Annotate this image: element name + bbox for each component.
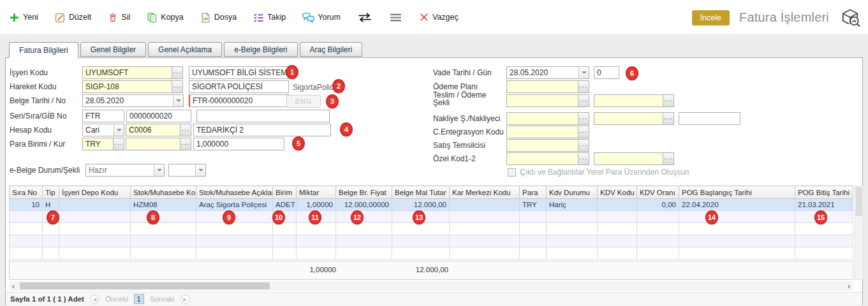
- table-cell[interactable]: [10, 211, 43, 223]
- table-row[interactable]: [10, 211, 853, 223]
- table-header-cell[interactable]: POG Bitiş Tarihi: [795, 186, 853, 199]
- table-cell[interactable]: ADET: [273, 199, 297, 211]
- transfer-button[interactable]: [357, 12, 372, 23]
- sira-input[interactable]: 0000000020: [126, 110, 191, 122]
- hesap-tipi-dropdown-icon[interactable]: [114, 124, 124, 136]
- nakliyeci-lookup[interactable]: ···: [594, 112, 674, 125]
- table-cell[interactable]: [520, 235, 547, 247]
- table-cell[interactable]: [520, 223, 547, 235]
- nakliyeci-lookup-button[interactable]: ···: [663, 113, 673, 124]
- table-cell[interactable]: [297, 247, 336, 259]
- table-cell[interactable]: [336, 235, 392, 247]
- ozel-kod2-lookup-button[interactable]: ···: [663, 153, 673, 164]
- table-header-cell[interactable]: Stok/Muhasebe Açıklaması: [196, 186, 273, 199]
- table-cell[interactable]: [336, 247, 392, 259]
- table-cell[interactable]: [450, 247, 520, 259]
- table-cell[interactable]: [795, 223, 853, 235]
- horizontal-scrollbar[interactable]: ‹ ›: [9, 281, 853, 291]
- odeme-sekli-lookup-button[interactable]: ···: [663, 95, 673, 106]
- next-page-icon[interactable]: ►: [180, 295, 190, 304]
- table-cell[interactable]: [10, 235, 43, 247]
- table-cell[interactable]: [273, 247, 297, 259]
- hesap-tipi-combo[interactable]: Cari: [82, 124, 124, 136]
- table-cell[interactable]: [392, 247, 450, 259]
- table-cell[interactable]: TRY: [520, 199, 547, 211]
- tab-genel-aciklama[interactable]: Genel Açıklama: [148, 42, 222, 57]
- table-cell[interactable]: [450, 211, 520, 223]
- teslim-sekli-lookup[interactable]: ···: [506, 94, 589, 107]
- scroll-right-icon[interactable]: ›: [844, 282, 853, 291]
- table-cell[interactable]: [196, 235, 273, 247]
- prev-page-label[interactable]: Önceki: [105, 295, 128, 303]
- table-row[interactable]: [10, 247, 853, 259]
- table-cell[interactable]: 10: [10, 199, 43, 211]
- satis-temsilcisi-lookup-button[interactable]: ···: [578, 140, 589, 151]
- takip-button[interactable]: Takip: [253, 12, 286, 23]
- table-cell[interactable]: [598, 247, 637, 259]
- hesap-adi-input[interactable]: TEDARİKÇİ 2: [193, 124, 331, 136]
- para-birimi-lookup-button[interactable]: ···: [113, 138, 124, 150]
- table-cell[interactable]: [273, 235, 297, 247]
- belge-tarihi-dropdown-icon[interactable]: [173, 95, 183, 106]
- table-cell[interactable]: [59, 247, 131, 259]
- ebelge-durum-combo[interactable]: Hazır: [85, 164, 165, 177]
- belge-tarihi-combo[interactable]: 28.05.2020: [82, 94, 184, 107]
- yeni-button[interactable]: Yeni: [9, 12, 38, 23]
- table-cell[interactable]: [336, 223, 392, 235]
- table-cell[interactable]: [297, 223, 336, 235]
- table-cell[interactable]: [598, 223, 637, 235]
- vertical-scrollbar-thumb[interactable]: [856, 187, 862, 216]
- table-cell[interactable]: [795, 235, 853, 247]
- table-cell[interactable]: [450, 223, 520, 235]
- table-header-cell[interactable]: POG Başlangıç Tarihi: [679, 186, 795, 199]
- nakliye-sekli-lookup-button[interactable]: ···: [578, 113, 589, 124]
- table-cell[interactable]: 12.000,00: [392, 199, 450, 211]
- table-cell[interactable]: [10, 247, 43, 259]
- table-cell[interactable]: HZM08: [131, 199, 196, 211]
- hareket-kodu-lookup[interactable]: SIGP-108···: [82, 80, 183, 93]
- table-cell[interactable]: [637, 211, 679, 223]
- para-birimi-lookup[interactable]: TRY···: [82, 138, 124, 150]
- table-cell[interactable]: [131, 235, 196, 247]
- table-cell[interactable]: [10, 223, 43, 235]
- teslim-sekli-lookup-button[interactable]: ···: [578, 95, 589, 106]
- table-cell[interactable]: [196, 247, 273, 259]
- table-cell[interactable]: [547, 223, 598, 235]
- table-cell[interactable]: [297, 235, 336, 247]
- table-cell[interactable]: 0,00: [637, 199, 679, 211]
- ozel-kod2-lookup[interactable]: ···: [594, 152, 674, 165]
- table-cell[interactable]: [336, 211, 392, 223]
- table-header-cell[interactable]: Para: [520, 186, 547, 199]
- odeme-plani-lookup-button[interactable]: ···: [578, 81, 589, 92]
- incele-button[interactable]: İncele: [692, 10, 730, 26]
- isyeri-kodu-lookup-button[interactable]: ···: [172, 67, 182, 78]
- table-cell[interactable]: [59, 235, 131, 247]
- ebelge-durum-dropdown-icon[interactable]: [154, 164, 164, 176]
- duzelt-button[interactable]: Düzelt: [55, 12, 91, 23]
- table-cell[interactable]: [43, 235, 59, 247]
- table-cell[interactable]: [131, 211, 196, 223]
- table-cell[interactable]: [598, 199, 637, 211]
- odeme-plani-lookup[interactable]: ···: [506, 80, 589, 93]
- hareket-kodu-lookup-button[interactable]: ···: [172, 81, 182, 92]
- centegrasyon-lookup[interactable]: ···: [506, 126, 589, 138]
- table-cell[interactable]: Araç Sigorta Poliçesi: [196, 199, 273, 211]
- table-cell[interactable]: [547, 211, 598, 223]
- menu-button[interactable]: [389, 12, 402, 23]
- ozel-kod1-lookup-button[interactable]: ···: [578, 153, 589, 164]
- seri-input[interactable]: FTR: [82, 110, 124, 122]
- kopya-button[interactable]: Kopya: [147, 12, 183, 23]
- table-header-cell[interactable]: Belge Br. Fiyat: [336, 186, 392, 199]
- vade-gun-input[interactable]: 0: [594, 66, 619, 79]
- odeme-sekli-lookup[interactable]: ···: [594, 94, 674, 107]
- next-page-label[interactable]: Sonraki: [150, 295, 175, 303]
- sil-button[interactable]: Sil: [108, 12, 130, 23]
- satis-temsilcisi-lookup[interactable]: ···: [506, 139, 589, 152]
- table-header-cell[interactable]: Belge Mal Tutar: [392, 186, 450, 199]
- table-cell[interactable]: [43, 223, 59, 235]
- table-cell[interactable]: [131, 247, 196, 259]
- table-header-cell[interactable]: KDV Kodu: [598, 186, 637, 199]
- table-cell[interactable]: [637, 235, 679, 247]
- hesap-kodu-lookup-button[interactable]: ···: [180, 124, 191, 136]
- table-cell[interactable]: Hariç: [547, 199, 598, 211]
